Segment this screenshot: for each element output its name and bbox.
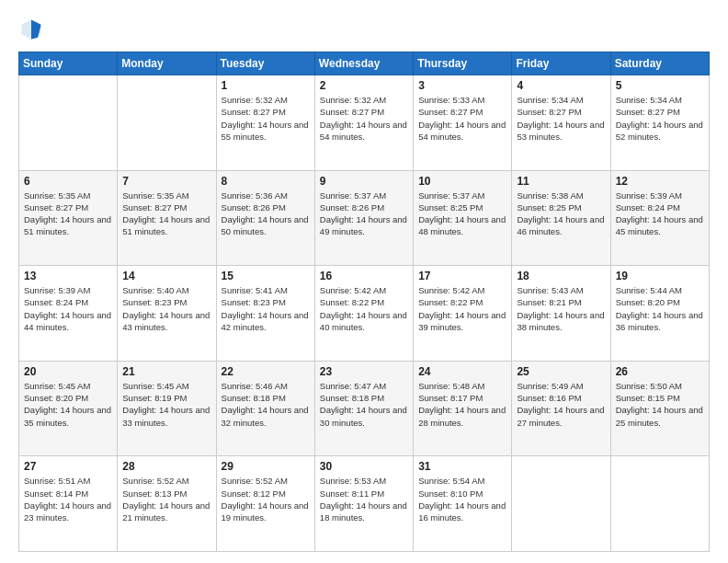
- day-number: 3: [418, 79, 506, 92]
- cell-info: Sunrise: 5:39 AM Sunset: 8:24 PM Dayligh…: [616, 190, 704, 238]
- calendar-cell: 26Sunrise: 5:50 AM Sunset: 8:15 PM Dayli…: [610, 361, 709, 456]
- col-header-saturday: Saturday: [610, 52, 709, 75]
- day-number: 9: [320, 175, 408, 188]
- page: SundayMondayTuesdayWednesdayThursdayFrid…: [0, 0, 728, 563]
- day-number: 5: [616, 79, 704, 92]
- cell-info: Sunrise: 5:42 AM Sunset: 8:22 PM Dayligh…: [418, 284, 506, 333]
- day-number: 24: [418, 365, 506, 378]
- calendar-cell: [118, 75, 216, 171]
- day-number: 31: [418, 460, 506, 473]
- calendar-cell: 4Sunrise: 5:34 AM Sunset: 8:27 PM Daylig…: [512, 75, 610, 171]
- cell-info: Sunrise: 5:45 AM Sunset: 8:19 PM Dayligh…: [122, 380, 210, 429]
- logo-icon: [18, 17, 44, 42]
- calendar-cell: 24Sunrise: 5:48 AM Sunset: 8:17 PM Dayli…: [414, 361, 512, 456]
- cell-info: Sunrise: 5:37 AM Sunset: 8:26 PM Dayligh…: [320, 190, 408, 238]
- cell-info: Sunrise: 5:51 AM Sunset: 8:14 PM Dayligh…: [24, 475, 112, 523]
- cell-info: Sunrise: 5:32 AM Sunset: 8:27 PM Dayligh…: [222, 94, 310, 143]
- day-number: 15: [222, 270, 310, 282]
- day-number: 6: [24, 175, 112, 188]
- cell-info: Sunrise: 5:54 AM Sunset: 8:10 PM Dayligh…: [418, 475, 506, 523]
- calendar-cell: 22Sunrise: 5:46 AM Sunset: 8:18 PM Dayli…: [216, 361, 314, 456]
- day-number: 12: [616, 175, 704, 188]
- day-number: 20: [24, 365, 112, 378]
- calendar-cell: 6Sunrise: 5:35 AM Sunset: 8:27 PM Daylig…: [19, 170, 118, 266]
- cell-info: Sunrise: 5:52 AM Sunset: 8:12 PM Dayligh…: [222, 475, 310, 523]
- cell-info: Sunrise: 5:44 AM Sunset: 8:20 PM Dayligh…: [616, 284, 704, 333]
- cell-info: Sunrise: 5:47 AM Sunset: 8:18 PM Dayligh…: [320, 380, 408, 429]
- col-header-sunday: Sunday: [19, 52, 118, 75]
- day-number: 11: [517, 175, 605, 188]
- cell-info: Sunrise: 5:53 AM Sunset: 8:11 PM Dayligh…: [320, 475, 408, 523]
- calendar-cell: 21Sunrise: 5:45 AM Sunset: 8:19 PM Dayli…: [118, 361, 216, 456]
- cell-info: Sunrise: 5:40 AM Sunset: 8:23 PM Dayligh…: [122, 284, 210, 333]
- day-number: 18: [517, 270, 605, 282]
- cell-info: Sunrise: 5:39 AM Sunset: 8:24 PM Dayligh…: [24, 284, 112, 333]
- day-number: 16: [320, 270, 408, 282]
- cell-info: Sunrise: 5:46 AM Sunset: 8:18 PM Dayligh…: [222, 380, 310, 429]
- calendar-cell: 20Sunrise: 5:45 AM Sunset: 8:20 PM Dayli…: [19, 361, 118, 456]
- day-number: 26: [616, 365, 704, 378]
- calendar-cell: 9Sunrise: 5:37 AM Sunset: 8:26 PM Daylig…: [314, 170, 413, 266]
- day-number: 25: [517, 365, 605, 378]
- calendar-cell: [19, 75, 118, 171]
- day-number: 14: [122, 270, 210, 282]
- calendar-cell: 15Sunrise: 5:41 AM Sunset: 8:23 PM Dayli…: [216, 266, 314, 362]
- logo: [18, 17, 48, 42]
- calendar-cell: 10Sunrise: 5:37 AM Sunset: 8:25 PM Dayli…: [414, 170, 512, 266]
- cell-info: Sunrise: 5:48 AM Sunset: 8:17 PM Dayligh…: [418, 380, 506, 429]
- calendar-cell: 16Sunrise: 5:42 AM Sunset: 8:22 PM Dayli…: [314, 266, 413, 362]
- day-number: 1: [222, 79, 310, 92]
- calendar-cell: 19Sunrise: 5:44 AM Sunset: 8:20 PM Dayli…: [610, 266, 709, 362]
- day-number: 29: [222, 460, 310, 473]
- cell-info: Sunrise: 5:34 AM Sunset: 8:27 PM Dayligh…: [517, 94, 605, 143]
- cell-info: Sunrise: 5:50 AM Sunset: 8:15 PM Dayligh…: [616, 380, 704, 429]
- day-number: 8: [222, 175, 310, 188]
- cell-info: Sunrise: 5:37 AM Sunset: 8:25 PM Dayligh…: [418, 190, 506, 238]
- calendar-cell: 2Sunrise: 5:32 AM Sunset: 8:27 PM Daylig…: [314, 75, 413, 171]
- calendar-week-4: 27Sunrise: 5:51 AM Sunset: 8:14 PM Dayli…: [19, 456, 710, 552]
- col-header-thursday: Thursday: [414, 52, 512, 75]
- calendar-table: SundayMondayTuesdayWednesdayThursdayFrid…: [18, 52, 710, 552]
- day-number: 7: [122, 175, 210, 188]
- calendar-week-1: 6Sunrise: 5:35 AM Sunset: 8:27 PM Daylig…: [19, 170, 710, 266]
- header: [18, 17, 710, 42]
- calendar-cell: 17Sunrise: 5:42 AM Sunset: 8:22 PM Dayli…: [414, 266, 512, 362]
- col-header-wednesday: Wednesday: [314, 52, 413, 75]
- col-header-friday: Friday: [512, 52, 610, 75]
- calendar-cell: 25Sunrise: 5:49 AM Sunset: 8:16 PM Dayli…: [512, 361, 610, 456]
- cell-info: Sunrise: 5:33 AM Sunset: 8:27 PM Dayligh…: [418, 94, 506, 143]
- calendar-cell: 11Sunrise: 5:38 AM Sunset: 8:25 PM Dayli…: [512, 170, 610, 266]
- day-number: 30: [320, 460, 408, 473]
- calendar-cell: 29Sunrise: 5:52 AM Sunset: 8:12 PM Dayli…: [216, 456, 314, 552]
- cell-info: Sunrise: 5:38 AM Sunset: 8:25 PM Dayligh…: [517, 190, 605, 238]
- day-number: 28: [122, 460, 210, 473]
- calendar-cell: 5Sunrise: 5:34 AM Sunset: 8:27 PM Daylig…: [610, 75, 709, 171]
- calendar-cell: [512, 456, 610, 552]
- calendar-cell: 1Sunrise: 5:32 AM Sunset: 8:27 PM Daylig…: [216, 75, 314, 171]
- cell-info: Sunrise: 5:36 AM Sunset: 8:26 PM Dayligh…: [222, 190, 310, 238]
- calendar-cell: 28Sunrise: 5:52 AM Sunset: 8:13 PM Dayli…: [118, 456, 216, 552]
- calendar-cell: 31Sunrise: 5:54 AM Sunset: 8:10 PM Dayli…: [414, 456, 512, 552]
- calendar-week-0: 1Sunrise: 5:32 AM Sunset: 8:27 PM Daylig…: [19, 75, 710, 171]
- cell-info: Sunrise: 5:43 AM Sunset: 8:21 PM Dayligh…: [517, 284, 605, 333]
- calendar-cell: 13Sunrise: 5:39 AM Sunset: 8:24 PM Dayli…: [19, 266, 118, 362]
- day-number: 23: [320, 365, 408, 378]
- calendar-cell: 23Sunrise: 5:47 AM Sunset: 8:18 PM Dayli…: [314, 361, 413, 456]
- day-number: 22: [222, 365, 310, 378]
- calendar-cell: 27Sunrise: 5:51 AM Sunset: 8:14 PM Dayli…: [19, 456, 118, 552]
- calendar-header-row: SundayMondayTuesdayWednesdayThursdayFrid…: [19, 52, 710, 75]
- calendar-cell: 8Sunrise: 5:36 AM Sunset: 8:26 PM Daylig…: [216, 170, 314, 266]
- cell-info: Sunrise: 5:34 AM Sunset: 8:27 PM Dayligh…: [616, 94, 704, 143]
- day-number: 17: [418, 270, 506, 282]
- cell-info: Sunrise: 5:52 AM Sunset: 8:13 PM Dayligh…: [122, 475, 210, 523]
- cell-info: Sunrise: 5:35 AM Sunset: 8:27 PM Dayligh…: [24, 190, 112, 238]
- col-header-monday: Monday: [118, 52, 216, 75]
- calendar-cell: 18Sunrise: 5:43 AM Sunset: 8:21 PM Dayli…: [512, 266, 610, 362]
- calendar-week-3: 20Sunrise: 5:45 AM Sunset: 8:20 PM Dayli…: [19, 361, 710, 456]
- cell-info: Sunrise: 5:35 AM Sunset: 8:27 PM Dayligh…: [122, 190, 210, 238]
- calendar-cell: 3Sunrise: 5:33 AM Sunset: 8:27 PM Daylig…: [414, 75, 512, 171]
- day-number: 19: [616, 270, 704, 282]
- calendar-cell: 7Sunrise: 5:35 AM Sunset: 8:27 PM Daylig…: [118, 170, 216, 266]
- day-number: 13: [24, 270, 112, 282]
- cell-info: Sunrise: 5:32 AM Sunset: 8:27 PM Dayligh…: [320, 94, 408, 143]
